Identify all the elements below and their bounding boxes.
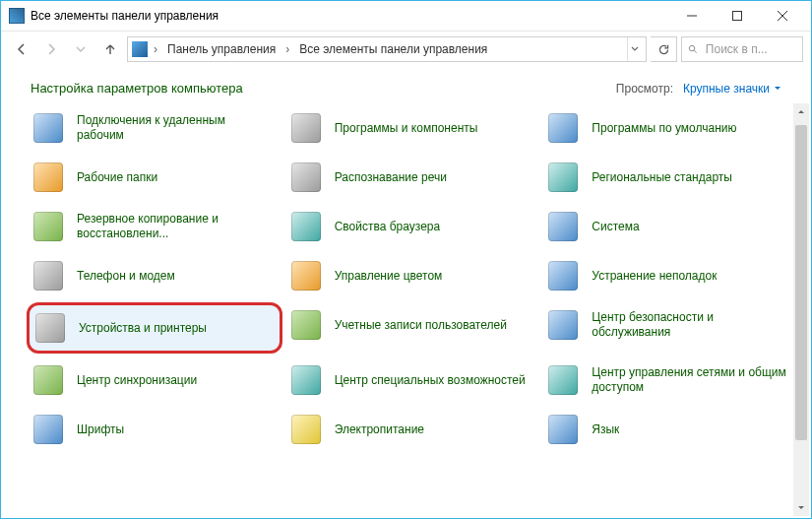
back-button[interactable] — [9, 36, 34, 62]
nav-bar: › Панель управления › Все элементы панел… — [1, 32, 811, 67]
item-icon — [546, 363, 580, 397]
item-icon — [546, 161, 580, 194]
item-label: Устройства и принтеры — [79, 321, 207, 336]
control-panel-item[interactable]: Центр безопасности и обслуживания — [541, 302, 797, 348]
control-panel-item[interactable]: Центр синхронизации — [27, 357, 282, 403]
item-icon — [289, 161, 323, 194]
maximize-button[interactable] — [715, 1, 760, 31]
item-icon — [31, 210, 65, 243]
control-panel-item[interactable]: Центр управления сетями и общим доступом — [541, 357, 797, 403]
search-box[interactable] — [681, 36, 803, 62]
scroll-thumb[interactable] — [795, 125, 807, 440]
search-input[interactable] — [704, 41, 796, 57]
control-panel-item[interactable]: Региональные стандарты — [541, 155, 797, 200]
item-icon — [31, 363, 65, 397]
item-icon — [289, 413, 323, 446]
scroll-track[interactable] — [793, 119, 809, 500]
address-dropdown-button[interactable] — [627, 37, 642, 61]
control-panel-item[interactable]: Язык — [541, 407, 797, 452]
control-panel-icon — [9, 8, 25, 24]
address-bar[interactable]: › Панель управления › Все элементы панел… — [127, 36, 647, 62]
item-label: Свойства браузера — [335, 220, 441, 234]
control-panel-item[interactable]: Распознавание речи — [284, 155, 540, 200]
item-label: Система — [592, 220, 639, 234]
item-label: Рабочие папки — [77, 170, 157, 185]
control-panel-item[interactable]: Подключения к удаленным рабочим — [27, 105, 282, 151]
item-icon — [546, 413, 580, 446]
breadcrumb-segment[interactable]: Все элементы панели управления — [293, 42, 493, 56]
item-icon — [289, 363, 323, 397]
control-panel-item[interactable]: Телефон и модем — [27, 253, 282, 298]
page-heading: Настройка параметров компьютера — [31, 81, 616, 96]
item-icon — [31, 413, 65, 446]
control-panel-item[interactable]: Управление цветом — [284, 253, 540, 298]
item-label: Распознавание речи — [335, 170, 447, 185]
search-icon — [688, 43, 698, 55]
item-icon — [546, 210, 580, 243]
item-label: Управление цветом — [335, 269, 443, 284]
item-icon — [546, 308, 580, 342]
item-icon — [33, 311, 67, 345]
content-area: Подключения к удаленным рабочимПрограммы… — [1, 101, 811, 518]
control-panel-item[interactable]: Резервное копирование и восстановлени... — [27, 204, 282, 249]
control-panel-item[interactable]: Электропитание — [284, 407, 540, 452]
item-label: Центр специальных возможностей — [335, 373, 526, 388]
item-label: Подключения к удаленным рабочим — [77, 113, 274, 143]
items-grid: Подключения к удаленным рабочимПрограммы… — [27, 105, 797, 452]
content-header: Настройка параметров компьютера Просмотр… — [1, 67, 811, 101]
item-label: Программы по умолчанию — [592, 121, 736, 136]
item-icon — [289, 210, 323, 243]
item-label: Центр безопасности и обслуживания — [592, 310, 788, 340]
address-bar-icon — [132, 41, 148, 57]
breadcrumb-segment[interactable]: Панель управления — [161, 42, 281, 56]
control-panel-item[interactable]: Программы по умолчанию — [541, 105, 797, 151]
svg-point-1 — [689, 45, 695, 51]
item-icon — [289, 308, 323, 342]
item-label: Телефон и модем — [77, 269, 175, 284]
item-label: Электропитание — [335, 422, 424, 437]
scroll-up-button[interactable] — [793, 103, 809, 119]
item-label: Региональные стандарты — [592, 170, 732, 185]
control-panel-item[interactable]: Учетные записи пользователей — [284, 302, 540, 348]
control-panel-item[interactable]: Система — [541, 204, 797, 249]
view-label: Просмотр: — [616, 82, 673, 96]
svg-rect-0 — [733, 12, 742, 21]
item-icon — [546, 259, 580, 292]
window-titlebar: Все элементы панели управления — [1, 1, 811, 32]
view-dropdown[interactable]: Крупные значки — [683, 82, 781, 96]
control-panel-item[interactable]: Центр специальных возможностей — [284, 357, 540, 403]
item-label: Программы и компоненты — [335, 121, 478, 136]
close-button[interactable] — [760, 1, 805, 31]
item-icon — [289, 259, 323, 292]
item-icon — [289, 111, 323, 145]
control-panel-item[interactable]: Шрифты — [27, 407, 282, 452]
item-icon — [546, 111, 580, 145]
item-label: Устранение неполадок — [592, 269, 717, 284]
forward-button[interactable] — [38, 36, 64, 62]
scroll-down-button[interactable] — [793, 500, 809, 516]
up-button[interactable] — [97, 36, 123, 62]
item-label: Учетные записи пользователей — [335, 318, 507, 333]
caret-down-icon — [774, 85, 781, 93]
item-label: Резервное копирование и восстановлени... — [77, 212, 274, 241]
refresh-button[interactable] — [651, 36, 677, 62]
recent-locations-button[interactable] — [68, 36, 94, 62]
vertical-scrollbar[interactable] — [793, 103, 809, 516]
item-icon — [31, 111, 65, 145]
chevron-right-icon[interactable]: › — [152, 42, 159, 56]
view-value: Крупные значки — [683, 82, 770, 96]
item-icon — [31, 259, 65, 292]
item-label: Шрифты — [77, 422, 124, 437]
control-panel-item[interactable]: Устройства и принтеры — [27, 302, 282, 354]
item-label: Язык — [592, 422, 619, 437]
view-selector: Просмотр: Крупные значки — [616, 82, 781, 96]
item-icon — [31, 161, 65, 194]
control-panel-item[interactable]: Свойства браузера — [284, 204, 540, 249]
chevron-right-icon[interactable]: › — [283, 42, 291, 56]
window-title: Все элементы панели управления — [31, 9, 669, 23]
control-panel-item[interactable]: Устранение неполадок — [541, 253, 797, 298]
minimize-button[interactable] — [669, 1, 715, 31]
control-panel-item[interactable]: Программы и компоненты — [284, 105, 540, 151]
control-panel-item[interactable]: Рабочие папки — [27, 155, 282, 200]
item-label: Центр управления сетями и общим доступом — [592, 365, 788, 395]
